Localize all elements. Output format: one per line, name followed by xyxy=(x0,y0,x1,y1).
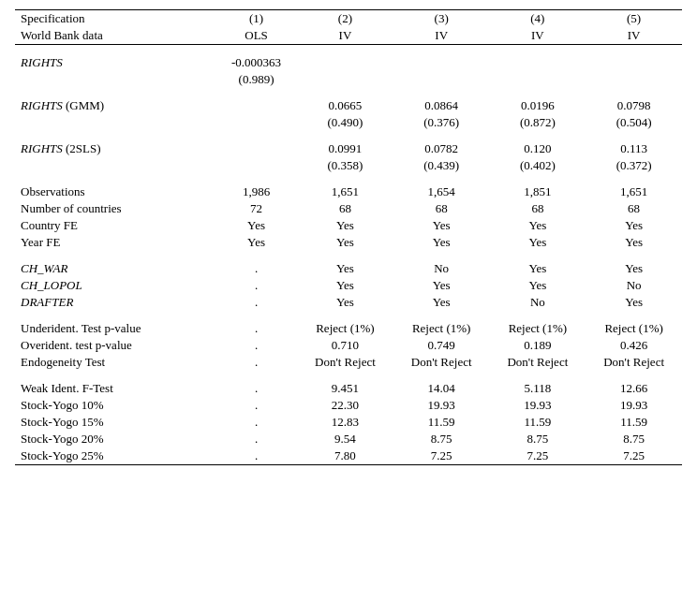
rights-gmm-label: RIGHTS (GMM) xyxy=(15,97,215,114)
overident-val2: 0.710 xyxy=(297,337,393,354)
stock-yogo-10-val1: . xyxy=(215,397,297,414)
overident-val3: 0.749 xyxy=(393,337,490,354)
stock-yogo-15-val3: 11.59 xyxy=(393,414,490,431)
country-fe-row: Country FE Yes Yes Yes Yes Yes xyxy=(15,217,682,234)
stock-yogo-20-val3: 8.75 xyxy=(393,431,490,447)
overident-val4: 0.189 xyxy=(490,337,586,354)
year-fe-val3: Yes xyxy=(393,234,490,251)
ch-lopol-val1: . xyxy=(215,277,297,294)
method5: IV xyxy=(586,27,682,45)
rights-paren3 xyxy=(393,71,490,88)
rights-gmm-paren3: (0.376) xyxy=(393,114,490,131)
stock-yogo-15-val2: 12.83 xyxy=(297,414,393,431)
num-countries-val3: 68 xyxy=(393,200,490,217)
rights-2sls-label: RIGHTS (2SLS) xyxy=(15,140,215,157)
year-fe-val5: Yes xyxy=(586,234,682,251)
ch-war-val5: Yes xyxy=(586,260,682,277)
stock-yogo-15-label: Stock-Yogo 15% xyxy=(15,414,215,431)
stock-yogo-25-val4: 7.25 xyxy=(490,447,586,465)
rights-gmm-paren1 xyxy=(215,114,297,131)
method2: IV xyxy=(297,27,393,45)
drafter-val3: Yes xyxy=(393,294,490,311)
stock-yogo-20-label: Stock-Yogo 20% xyxy=(15,431,215,447)
specification-label: Specification xyxy=(15,10,215,28)
stock-yogo-15-val1: . xyxy=(215,414,297,431)
num-countries-val5: 68 xyxy=(586,200,682,217)
regression-table: Specification (1) (2) (3) (4) (5) World … xyxy=(15,9,682,465)
ch-lopol-val3: Yes xyxy=(393,277,490,294)
rights-2sls-paren5: (0.372) xyxy=(586,157,682,174)
rights-paren5 xyxy=(586,71,682,88)
stock-yogo-15-val4: 11.59 xyxy=(490,414,586,431)
rights-gmm-paren4: (0.872) xyxy=(490,114,586,131)
stock-yogo-25-val3: 7.25 xyxy=(393,447,490,465)
country-fe-val2: Yes xyxy=(297,217,393,234)
data-label: World Bank data xyxy=(15,27,215,45)
drafter-val5: Yes xyxy=(586,294,682,311)
rights-gmm-val5: 0.0798 xyxy=(586,97,682,114)
stock-yogo-20-val1: . xyxy=(215,431,297,447)
ch-lopol-val5: No xyxy=(586,277,682,294)
method3: IV xyxy=(393,27,490,45)
endogeneity-label: Endogeneity Test xyxy=(15,354,215,371)
stock-yogo-20-row: Stock-Yogo 20% . 9.54 8.75 8.75 8.75 xyxy=(15,431,682,447)
rights-gmm-row: RIGHTS (GMM) 0.0665 0.0864 0.0196 0.0798 xyxy=(15,97,682,114)
stock-yogo-10-val4: 19.93 xyxy=(490,397,586,414)
col5-header: (5) xyxy=(586,10,682,28)
year-fe-label: Year FE xyxy=(15,234,215,251)
num-countries-val4: 68 xyxy=(490,200,586,217)
rights-row: RIGHTS -0.000363 xyxy=(15,54,682,71)
rights-2sls-row: RIGHTS (2SLS) 0.0991 0.0782 0.120 0.113 xyxy=(15,140,682,157)
drafter-val2: Yes xyxy=(297,294,393,311)
col1-header: (1) xyxy=(215,10,297,28)
drafter-label: DRAFTER xyxy=(15,294,215,311)
rights-paren4 xyxy=(490,71,586,88)
weak-ident-val5: 12.66 xyxy=(586,380,682,397)
underident-val4: Reject (1%) xyxy=(490,320,586,337)
stock-yogo-20-val5: 8.75 xyxy=(586,431,682,447)
rights-gmm-paren2: (0.490) xyxy=(297,114,393,131)
stock-yogo-25-val1: . xyxy=(215,447,297,465)
year-fe-val4: Yes xyxy=(490,234,586,251)
weak-ident-label: Weak Ident. F-Test xyxy=(15,380,215,397)
rights-2sls-val2: 0.0991 xyxy=(297,140,393,157)
obs-val2: 1,651 xyxy=(297,183,393,200)
rights-gmm-val2: 0.0665 xyxy=(297,97,393,114)
rights-paren2 xyxy=(297,71,393,88)
underident-row: Underident. Test p-value . Reject (1%) R… xyxy=(15,320,682,337)
rights-val1: -0.000363 xyxy=(215,54,297,71)
drafter-row: DRAFTER . Yes Yes No Yes xyxy=(15,294,682,311)
num-countries-val1: 72 xyxy=(215,200,297,217)
weak-ident-row: Weak Ident. F-Test . 9.451 14.04 5.118 1… xyxy=(15,380,682,397)
rights-2sls-paren2: (0.358) xyxy=(297,157,393,174)
num-countries-row: Number of countries 72 68 68 68 68 xyxy=(15,200,682,217)
endogeneity-val1: . xyxy=(215,354,297,371)
stock-yogo-15-row: Stock-Yogo 15% . 12.83 11.59 11.59 11.59 xyxy=(15,414,682,431)
rights-2sls-val1 xyxy=(215,140,297,157)
underident-val3: Reject (1%) xyxy=(393,320,490,337)
rights-2sls-paren4: (0.402) xyxy=(490,157,586,174)
obs-val4: 1,851 xyxy=(490,183,586,200)
stock-yogo-10-val2: 22.30 xyxy=(297,397,393,414)
weak-ident-val2: 9.451 xyxy=(297,380,393,397)
num-countries-label: Number of countries xyxy=(15,200,215,217)
overident-row: Overident. test p-value . 0.710 0.749 0.… xyxy=(15,337,682,354)
col3-header: (3) xyxy=(393,10,490,28)
weak-ident-val1: . xyxy=(215,380,297,397)
col4-header: (4) xyxy=(490,10,586,28)
endogeneity-val3: Don't Reject xyxy=(393,354,490,371)
year-fe-val1: Yes xyxy=(215,234,297,251)
rights-paren-row: (0.989) xyxy=(15,71,682,88)
underident-label: Underident. Test p-value xyxy=(15,320,215,337)
country-fe-val1: Yes xyxy=(215,217,297,234)
weak-ident-val4: 5.118 xyxy=(490,380,586,397)
stock-yogo-10-row: Stock-Yogo 10% . 22.30 19.93 19.93 19.93 xyxy=(15,397,682,414)
overident-val5: 0.426 xyxy=(586,337,682,354)
rights-gmm-paren-row: (0.490) (0.376) (0.872) (0.504) xyxy=(15,114,682,131)
year-fe-row: Year FE Yes Yes Yes Yes Yes xyxy=(15,234,682,251)
ch-lopol-val4: Yes xyxy=(490,277,586,294)
rights-2sls-val4: 0.120 xyxy=(490,140,586,157)
stock-yogo-25-val2: 7.80 xyxy=(297,447,393,465)
stock-yogo-15-val5: 11.59 xyxy=(586,414,682,431)
observations-row: Observations 1,986 1,651 1,654 1,851 1,6… xyxy=(15,183,682,200)
